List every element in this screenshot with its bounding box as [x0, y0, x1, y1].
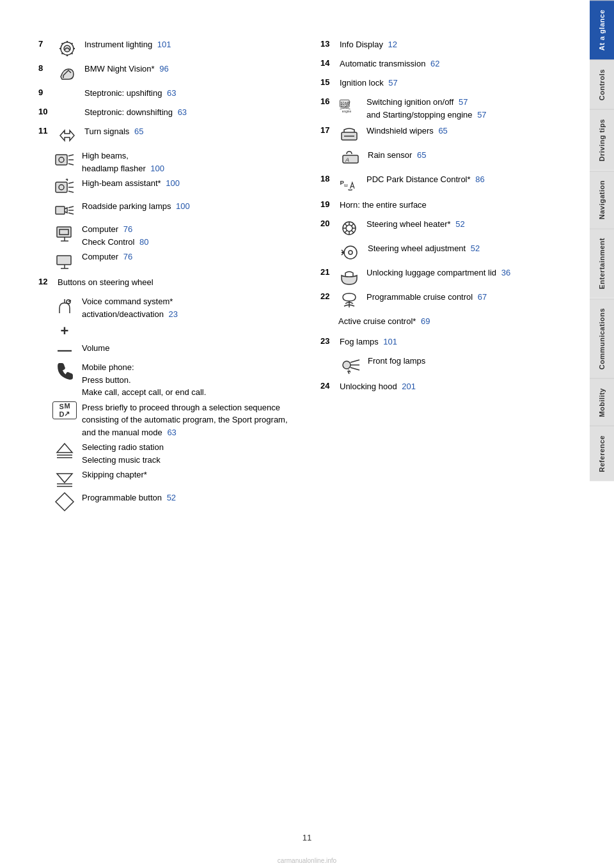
- svg-text:A: A: [345, 157, 349, 163]
- entry-17: 17 Windshield wipers 65: [320, 125, 571, 145]
- sub-entry-computer2: Computer 76: [52, 251, 288, 271]
- entry-18: 18 P ш PDC Park Distance Control* 86: [320, 173, 571, 194]
- entry-22-page[interactable]: 67: [478, 292, 487, 302]
- radio-text: Selecting radio stationSelecting music t…: [82, 441, 164, 466]
- computer1-text: Computer 76 Check Control 80: [82, 223, 148, 248]
- sidebar-tab-at-a-glance[interactable]: At a glance: [590, 0, 614, 59]
- sub-entry-high-beams: High beams,headlamp flasher 100: [52, 150, 288, 174]
- sidebar-tab-navigation[interactable]: Navigation: [590, 171, 614, 228]
- entry-10-page[interactable]: 63: [178, 107, 187, 117]
- entry-23: 23 Fog lamps 101: [320, 336, 571, 351]
- entry-13-page[interactable]: 12: [388, 40, 397, 49]
- steering-adjustment-page[interactable]: 52: [471, 244, 480, 253]
- svg-rect-7: [56, 182, 67, 192]
- entry-24: 24 Unlocking hood 201: [320, 380, 571, 396]
- entry-14-text: Automatic transmission 62: [340, 58, 571, 70]
- computer2-icon: [52, 251, 77, 271]
- entry-7: 7: [38, 38, 288, 59]
- entry-17-text: Windshield wipers 65: [366, 125, 571, 137]
- high-beams-icon: [52, 150, 77, 170]
- phone-text: Mobile phone: Press button. Make call, a…: [82, 361, 206, 399]
- entry-15-text: Ignition lock 57: [340, 77, 571, 89]
- svg-point-43: [343, 361, 350, 369]
- entry-16-number: 16: [320, 96, 335, 107]
- entry-13-number: 13: [320, 38, 335, 50]
- entry-7-icon: [55, 38, 79, 59]
- entry-19-number: 19: [320, 199, 335, 210]
- computer1-icon: [52, 223, 77, 244]
- entry-20: 20 Steering: [320, 218, 571, 238]
- sidebar-tab-entertainment[interactable]: Entertainment: [590, 228, 614, 298]
- sub-entry-voice: Voice command system*activation/deactiva…: [52, 295, 288, 320]
- entry-24-page[interactable]: 201: [402, 382, 416, 391]
- entry-7-text: Instrument lighting 101: [84, 38, 288, 51]
- entry-17b: A Rain sensor 65: [338, 149, 571, 169]
- svg-line-44: [350, 360, 359, 362]
- skip-text: Skipping chapter*: [82, 469, 147, 481]
- entry-22b-page[interactable]: 69: [421, 316, 430, 326]
- svg-point-41: [349, 251, 352, 254]
- entry-15: 15 Ignition lock 57: [320, 77, 571, 92]
- sub-entry-prog-button: Programmable button 52: [52, 492, 288, 512]
- svg-rect-2: [56, 155, 67, 165]
- entry-21-text: Unlocking luggage compartment lid 36: [366, 267, 571, 279]
- entry-24-text: Unlocking hood 201: [340, 380, 571, 393]
- entry-18-page[interactable]: 86: [475, 174, 484, 184]
- entry-19: 19 Horn: the entire surface: [320, 199, 571, 214]
- entry-17-page[interactable]: 65: [438, 126, 447, 136]
- sub-entry-plus: +: [52, 323, 288, 339]
- entry-20-page[interactable]: 52: [455, 219, 464, 229]
- entry-21-page[interactable]: 36: [501, 268, 510, 277]
- entry-16-icon: START STOP engine: [337, 96, 361, 116]
- entry-20-number: 20: [320, 218, 335, 229]
- high-beam-assistant-page[interactable]: 100: [166, 178, 180, 188]
- front-fog-icon: [338, 355, 363, 375]
- sidebar-tab-driving-tips[interactable]: Driving tips: [590, 109, 614, 171]
- entry-22-icon: [337, 291, 361, 311]
- entry-8-icon: [55, 63, 79, 83]
- prog-button-icon: [52, 492, 77, 512]
- sidebar-tab-communications[interactable]: Communications: [590, 298, 614, 378]
- entry-14: 14 Automatic transmission 62: [320, 58, 571, 73]
- svg-line-13: [68, 206, 74, 208]
- entry-11-number: 11: [38, 125, 52, 137]
- entry-8-page[interactable]: 96: [159, 64, 168, 74]
- prog-button-text: Programmable button 52: [82, 492, 176, 504]
- entry-23-page[interactable]: 101: [383, 337, 397, 346]
- high-beam-assistant-icon: [52, 177, 77, 198]
- computer2-text: Computer 76: [82, 251, 132, 263]
- minus-text: Volume: [82, 342, 109, 355]
- entry-9: 9 Steptronic: upshifting 63: [38, 87, 288, 102]
- entry-15-page[interactable]: 57: [388, 78, 397, 88]
- entry-7-page[interactable]: 101: [157, 40, 171, 49]
- entry-13-text: Info Display 12: [340, 38, 571, 51]
- voice-icon: [52, 295, 77, 316]
- high-beams-page[interactable]: 100: [150, 164, 164, 173]
- sidebar-tab-controls[interactable]: Controls: [590, 59, 614, 109]
- entry-9-page[interactable]: 63: [167, 88, 176, 98]
- sub-entry-radio: Selecting radio stationSelecting music t…: [52, 441, 288, 466]
- entry-13: 13 Info Display 12: [320, 38, 571, 54]
- sub-entry-computer1: Computer 76 Check Control 80: [52, 223, 288, 248]
- left-column: 7: [38, 38, 301, 830]
- rain-sensor-page[interactable]: 65: [417, 150, 426, 160]
- sub-entry-skip: Skipping chapter*: [52, 469, 288, 489]
- rain-sensor-icon: A: [338, 149, 363, 169]
- entry-23-number: 23: [320, 336, 335, 347]
- entry-21-icon: [337, 267, 361, 287]
- entry-14-page[interactable]: 62: [430, 59, 439, 68]
- sidebar-tab-reference[interactable]: Reference: [590, 426, 614, 481]
- entry-22b-text: Active cruise control* 69: [338, 315, 571, 328]
- svg-line-15: [68, 213, 74, 214]
- sidebar: At a glance Controls Driving tips Naviga…: [590, 0, 614, 868]
- parking-lamps-page[interactable]: 100: [176, 201, 190, 211]
- sidebar-tab-mobility[interactable]: Mobility: [590, 378, 614, 426]
- entry-18-number: 18: [320, 173, 335, 185]
- entry-24-number: 24: [320, 380, 335, 392]
- entry-17-icon: [337, 125, 361, 145]
- entry-18-text: PDC Park Distance Control* 86: [366, 173, 571, 186]
- entry-23b: Front fog lamps: [338, 355, 571, 375]
- entry-22b: Active cruise control* 69: [338, 315, 571, 330]
- sdm-text: Press briefly to proceed through a selec…: [82, 401, 288, 439]
- entry-11-page[interactable]: 65: [134, 127, 143, 136]
